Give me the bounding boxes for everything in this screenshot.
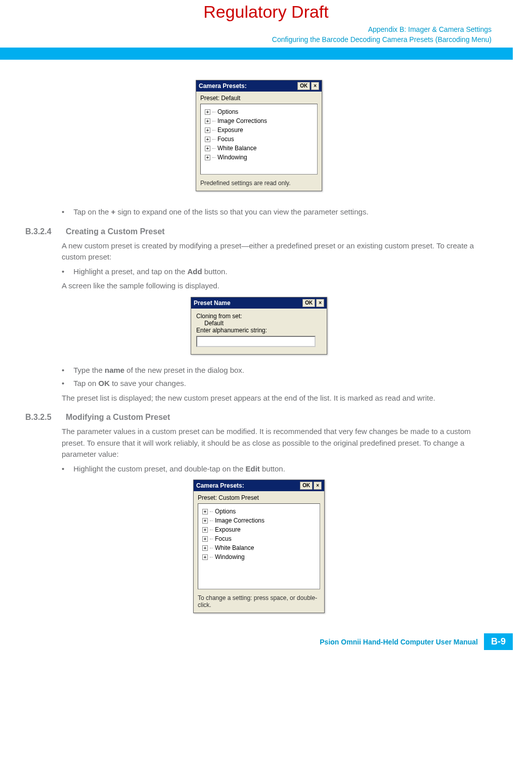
- camera-presets-dialog: Camera Presets: OK × Preset: Default +Op…: [196, 80, 322, 191]
- expand-icon[interactable]: +: [205, 155, 210, 160]
- bullet-item: • Tap on the + sign to expand one of the…: [62, 206, 493, 218]
- expand-icon[interactable]: +: [205, 127, 210, 133]
- expand-icon[interactable]: +: [205, 137, 210, 142]
- status-text: Predefined settings are read only.: [200, 180, 318, 187]
- expand-icon[interactable]: +: [202, 554, 208, 560]
- expand-icon[interactable]: +: [202, 527, 208, 533]
- section-title: Modifying a Custom Preset: [66, 413, 170, 422]
- tree-item: +White Balance: [205, 144, 313, 153]
- bullet-icon: •: [62, 463, 64, 475]
- tree-view[interactable]: +Options +Image Corrections +Exposure +F…: [198, 503, 320, 589]
- section-heading: B.3.2.4 Creating a Custom Preset: [25, 227, 493, 236]
- dialog-titlebar: Camera Presets: OK ×: [194, 480, 324, 491]
- dialog-title: Camera Presets:: [199, 82, 247, 90]
- tree-item: +Windowing: [205, 153, 313, 162]
- body-paragraph: The preset list is displayed; the new cu…: [62, 393, 493, 404]
- expand-icon[interactable]: +: [202, 545, 208, 551]
- close-button[interactable]: ×: [314, 482, 322, 490]
- ok-button[interactable]: OK: [300, 482, 313, 490]
- body-paragraph: A screen like the sample following is di…: [62, 280, 493, 292]
- preset-label: Preset: Custom Preset: [198, 494, 320, 501]
- tree-item: +Windowing: [202, 552, 316, 562]
- tree-item: +Focus: [202, 534, 316, 543]
- tree-item: +Image Corrections: [202, 516, 316, 525]
- bullet-item: • Tap on OK to save your changes.: [62, 378, 493, 390]
- tree-item: +White Balance: [202, 543, 316, 552]
- page-footer: Psion Omnii Hand-Held Computer User Manu…: [0, 633, 532, 650]
- expand-icon[interactable]: +: [205, 146, 210, 151]
- dialog-title: Camera Presets:: [196, 482, 244, 489]
- section-heading: B.3.2.5 Modifying a Custom Preset: [25, 413, 493, 422]
- dialog-titlebar: Preset Name OK ×: [191, 297, 327, 309]
- expand-icon[interactable]: +: [202, 509, 208, 514]
- page-header: Appendix B: Imager & Camera Settings Con…: [0, 25, 532, 60]
- preset-label: Preset: Default: [200, 95, 318, 102]
- body-paragraph: A new custom preset is created by modify…: [62, 240, 493, 263]
- preset-name-input[interactable]: [196, 336, 316, 347]
- clone-label: Cloning from set:: [196, 313, 322, 320]
- status-text: To change a setting: press space, or dou…: [198, 594, 320, 609]
- bullet-item: • Highlight the custom preset, and doubl…: [62, 463, 493, 475]
- bullet-item: • Type the name of the new preset in the…: [62, 365, 493, 376]
- expand-icon[interactable]: +: [205, 118, 210, 124]
- ok-button[interactable]: OK: [302, 299, 315, 307]
- tree-item: +Focus: [205, 135, 313, 144]
- header-line2: Configuring the Barcode Decoding Camera …: [0, 35, 532, 45]
- expand-icon[interactable]: +: [202, 518, 208, 524]
- bullet-icon: •: [62, 266, 64, 278]
- dialog-titlebar: Camera Presets: OK ×: [196, 80, 322, 92]
- expand-icon[interactable]: +: [202, 536, 208, 542]
- preset-name-dialog: Preset Name OK × Cloning from set: Defau…: [191, 297, 327, 355]
- close-button[interactable]: ×: [316, 299, 324, 307]
- header-bar: [0, 48, 513, 60]
- section-title: Creating a Custom Preset: [66, 227, 165, 236]
- tree-item: +Options: [205, 107, 313, 116]
- page-number: B-9: [484, 633, 513, 650]
- close-button[interactable]: ×: [311, 82, 319, 90]
- watermark-text: Regulatory Draft: [0, 0, 532, 22]
- tree-item: +Exposure: [205, 125, 313, 135]
- body-paragraph: The parameter values in a custom preset …: [62, 426, 493, 460]
- section-number: B.3.2.4: [25, 227, 56, 236]
- input-label: Enter alphanumeric string:: [196, 327, 322, 334]
- ok-button[interactable]: OK: [297, 82, 310, 90]
- clone-source: Default: [196, 320, 322, 327]
- bullet-item: • Highlight a preset, and tap on the Add…: [62, 266, 493, 278]
- tree-view[interactable]: +Options +Image Corrections +Exposure +F…: [200, 104, 318, 175]
- camera-presets-custom-dialog: Camera Presets: OK × Preset: Custom Pres…: [193, 480, 325, 613]
- dialog-title: Preset Name: [194, 299, 231, 307]
- tree-item: +Image Corrections: [205, 116, 313, 125]
- tree-item: +Options: [202, 507, 316, 516]
- bullet-icon: •: [62, 378, 64, 390]
- tree-item: +Exposure: [202, 525, 316, 534]
- bullet-icon: •: [62, 206, 64, 218]
- header-line1: Appendix B: Imager & Camera Settings: [0, 25, 532, 35]
- section-number: B.3.2.5: [25, 413, 56, 422]
- bullet-icon: •: [62, 365, 64, 376]
- footer-manual-title: Psion Omnii Hand-Held Computer User Manu…: [320, 638, 478, 646]
- expand-icon[interactable]: +: [205, 109, 210, 115]
